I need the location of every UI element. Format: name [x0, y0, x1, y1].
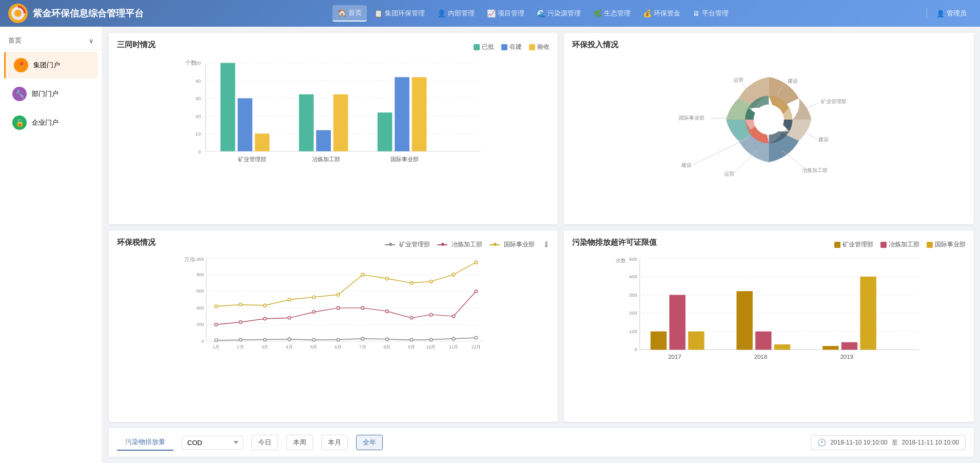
legend-yipi: 已批: [474, 43, 494, 51]
legend-yanshou: 验收: [529, 43, 550, 51]
group-portal-icon: 📍: [14, 58, 28, 72]
svg-point-77: [288, 338, 291, 341]
svg-rect-20: [255, 133, 270, 151]
date-to: 2018-11-11 10:10:00: [902, 439, 959, 446]
svg-line-40: [693, 138, 749, 165]
svg-point-80: [361, 337, 364, 340]
nav-funds[interactable]: 💰 环保资金: [638, 6, 685, 21]
bar-chart-sansitong: 个数 0 10 20 30 40: [117, 58, 550, 171]
user-icon: 👤: [936, 10, 945, 17]
svg-point-87: [239, 321, 242, 324]
svg-text:5月: 5月: [310, 344, 318, 350]
svg-text:7月: 7月: [359, 344, 366, 350]
nav-ecology[interactable]: 🌿 生态管理: [588, 6, 636, 21]
svg-rect-128: [737, 291, 753, 350]
btn-month[interactable]: 本月: [321, 435, 348, 450]
svg-rect-18: [221, 63, 236, 151]
svg-text:3月: 3月: [261, 344, 268, 350]
svg-point-98: [214, 305, 218, 308]
svg-point-104: [361, 273, 364, 276]
svg-text:1,000: 1,000: [193, 257, 204, 262]
group-env-icon: 📋: [374, 9, 383, 17]
svg-text:个数: 个数: [185, 60, 197, 66]
nav-platform[interactable]: 🖥 平台管理: [688, 6, 734, 21]
svg-text:0: 0: [202, 339, 204, 344]
donut-svg: 建设 矿业管理部 运营 国际事业部 建设: [572, 58, 966, 181]
chart-sansitong-header: 三同时情况 已批 在建 验收: [117, 40, 550, 54]
sidebar-item-group[interactable]: 📍 集团门户: [4, 52, 98, 79]
nav-home[interactable]: 🏠 首页: [332, 5, 367, 22]
top-charts-row: 三同时情况 已批 在建 验收: [109, 33, 974, 224]
svg-text:6月: 6月: [335, 344, 342, 350]
nav-group-env[interactable]: 📋 集团环保管理: [369, 6, 430, 21]
legend-tax-mining: 矿业管理部: [385, 240, 430, 249]
datetime-range[interactable]: 🕐 2018-11-10 10:10:00 至 2018-11-11 10:10…: [811, 435, 966, 450]
svg-line-44: [782, 150, 807, 170]
btn-week[interactable]: 本周: [286, 435, 313, 450]
svg-text:300: 300: [629, 292, 637, 298]
chart-pollution-title: 污染物排放超许可证限值: [572, 238, 657, 247]
line-chart-tax: 万元 0 200 400 600 800: [117, 256, 550, 358]
svg-text:建设: 建设: [681, 162, 692, 168]
svg-text:运营: 运营: [724, 171, 734, 177]
svg-text:2017: 2017: [669, 354, 682, 360]
project-icon: 📈: [487, 9, 496, 17]
svg-text:400: 400: [629, 274, 637, 279]
svg-point-2: [14, 10, 22, 17]
svg-text:10月: 10月: [426, 344, 436, 350]
chart-input-header: 环保投入情况: [572, 40, 966, 54]
date-from: 2018-11-10 10:10:00: [830, 439, 887, 446]
svg-point-93: [386, 310, 389, 313]
svg-point-75: [239, 338, 242, 341]
funds-icon: 💰: [643, 9, 652, 17]
svg-text:2月: 2月: [237, 344, 244, 350]
chart-pollution-header: 污染物排放超许可证限值 矿业管理部 冶炼加工部 国际事业部: [572, 238, 966, 252]
sidebar-item-corp[interactable]: 🔒 企业门户: [4, 109, 98, 136]
svg-text:冶炼加工部: 冶炼加工部: [312, 156, 340, 162]
svg-point-94: [410, 316, 413, 319]
pollution-bar-svg: 次数 0 100 200 300 400 50: [572, 256, 966, 369]
btn-today[interactable]: 今日: [251, 435, 278, 450]
cod-dropdown[interactable]: COD BOD SS NH3-N: [182, 436, 243, 450]
svg-text:200: 200: [629, 310, 637, 316]
svg-point-107: [429, 280, 433, 283]
download-icon[interactable]: ⬇: [543, 240, 550, 249]
main-nav: 🏠 首页 📋 集团环保管理 👤 内部管理 📈 项目管理 🌊 污染源管理 🌿 生态…: [144, 5, 923, 22]
svg-line-42: [733, 150, 757, 173]
chart-pollution-legend: 矿业管理部 冶炼加工部 国际事业部: [834, 240, 966, 249]
svg-line-46: [807, 133, 817, 140]
nav-internal[interactable]: 👤 内部管理: [432, 6, 480, 21]
internal-icon: 👤: [437, 9, 446, 17]
logo-area: 紫金环保信息综合管理平台: [8, 4, 144, 23]
svg-rect-28: [412, 77, 427, 151]
svg-text:次数: 次数: [616, 258, 626, 263]
svg-point-108: [452, 273, 455, 276]
svg-point-109: [475, 261, 478, 264]
svg-point-82: [410, 338, 413, 341]
chart-huanbao-input: 环保投入情况: [564, 33, 974, 224]
pollution-icon: 🌊: [537, 9, 545, 17]
bar-chart-svg: 个数 0 10 20 30 40: [117, 58, 550, 171]
svg-text:11月: 11月: [449, 344, 459, 350]
nav-project[interactable]: 📈 项目管理: [482, 6, 530, 21]
svg-text:4月: 4月: [286, 344, 293, 350]
svg-text:0: 0: [198, 149, 201, 155]
svg-text:12月: 12月: [471, 344, 481, 350]
main-layout: 首页 ∨ 📍 集团门户 🔧 部门门户 🔒 企业门户 三同时情况: [0, 27, 980, 463]
svg-point-85: [475, 336, 478, 339]
nav-pollution[interactable]: 🌊 污染源管理: [532, 6, 586, 21]
header: 紫金环保信息综合管理平台 🏠 首页 📋 集团环保管理 👤 内部管理 📈 项目管理…: [0, 0, 980, 27]
btn-year[interactable]: 全年: [356, 435, 383, 450]
legend-zaijian: 在建: [501, 43, 522, 51]
sidebar-item-dept[interactable]: 🔧 部门门户: [4, 81, 98, 107]
svg-text:建设: 建设: [818, 137, 829, 142]
logo-icon: [8, 4, 28, 23]
tab-pollution-discharge[interactable]: 污染物排放量: [117, 434, 173, 451]
svg-text:矿业管理部: 矿业管理部: [820, 99, 847, 104]
breadcrumb: 首页 ∨: [0, 32, 102, 50]
svg-point-101: [288, 298, 291, 301]
svg-point-88: [263, 317, 266, 320]
app-title: 紫金环保信息综合管理平台: [33, 7, 144, 20]
svg-point-106: [410, 281, 413, 284]
user-menu[interactable]: 👤 管理员: [931, 6, 972, 21]
